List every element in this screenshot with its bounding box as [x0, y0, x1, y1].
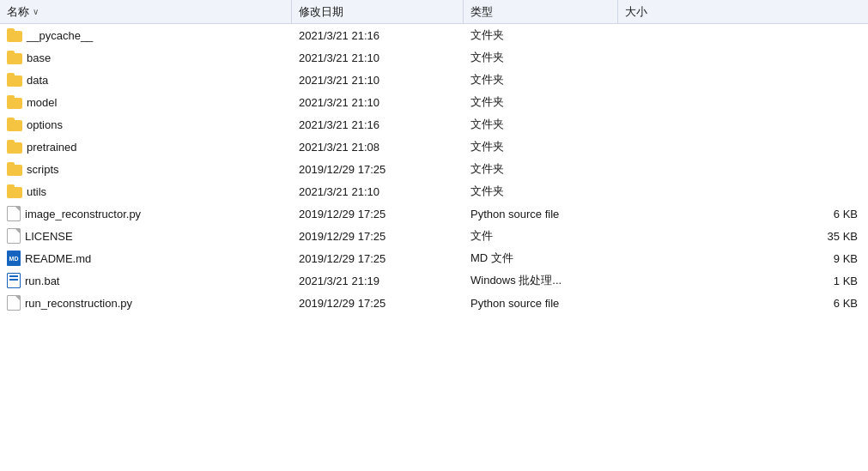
folder-icon	[7, 118, 22, 131]
folder-icon	[7, 184, 22, 198]
cell-size: 6 KB	[618, 297, 868, 310]
file-name-label: image_reconstructor.py	[25, 208, 141, 220]
table-row[interactable]: __pycache__ 2021/3/21 21:16 文件夹	[0, 24, 868, 46]
cell-name: MD README.md	[0, 251, 292, 266]
file-icon	[7, 206, 21, 221]
cell-name: pretrained	[0, 140, 292, 154]
cell-name: scripts	[0, 162, 292, 176]
col-date-label: 修改日期	[299, 4, 343, 20]
sort-arrow-icon: ∨	[33, 7, 39, 16]
folder-icon	[7, 73, 22, 87]
cell-name: run.bat	[0, 273, 292, 288]
cell-type: Windows 批处理...	[464, 273, 618, 288]
cell-size: 9 KB	[618, 252, 868, 265]
file-explorer: 名称 ∨ 修改日期 类型 大小 __pycache__ 2021/3/21 21…	[0, 0, 868, 471]
table-row[interactable]: base 2021/3/21 21:10 文件夹	[0, 46, 868, 69]
col-name-label: 名称	[7, 4, 29, 20]
cell-name: utils	[0, 184, 292, 198]
cell-name: data	[0, 73, 292, 87]
cell-name: LICENSE	[0, 228, 292, 244]
folder-icon	[7, 140, 22, 154]
bat-file-icon	[7, 273, 21, 288]
file-name-label: README.md	[25, 252, 91, 265]
cell-date: 2021/3/21 21:19	[292, 275, 464, 287]
col-size-label: 大小	[625, 4, 647, 20]
cell-type: 文件	[464, 228, 618, 244]
table-row[interactable]: scripts 2019/12/29 17:25 文件夹	[0, 158, 868, 180]
cell-size: 35 KB	[618, 230, 868, 243]
cell-name: run_reconstruction.py	[0, 295, 292, 311]
cell-type: 文件夹	[464, 184, 618, 199]
table-row[interactable]: MD README.md 2019/12/29 17:25 MD 文件 9 KB	[0, 247, 868, 269]
cell-type: 文件夹	[464, 161, 618, 177]
table-row[interactable]: data 2021/3/21 21:10 文件夹	[0, 69, 868, 91]
folder-icon	[7, 95, 22, 109]
folder-icon	[7, 162, 22, 176]
file-name-label: base	[27, 51, 51, 64]
cell-type: 文件夹	[464, 139, 618, 154]
table-row[interactable]: model 2021/3/21 21:10 文件夹	[0, 91, 868, 113]
cell-name: model	[0, 95, 292, 109]
cell-name: base	[0, 51, 292, 64]
file-name-label: __pycache__	[27, 29, 93, 42]
file-list: __pycache__ 2021/3/21 21:16 文件夹 base 202…	[0, 24, 868, 471]
table-row[interactable]: image_reconstructor.py 2019/12/29 17:25 …	[0, 202, 868, 225]
table-row[interactable]: utils 2021/3/21 21:10 文件夹	[0, 180, 868, 202]
cell-type: Python source file	[464, 297, 618, 310]
file-icon	[7, 228, 21, 244]
cell-date: 2019/12/29 17:25	[292, 208, 464, 220]
cell-type: Python source file	[464, 208, 618, 220]
file-icon	[7, 295, 21, 311]
file-name-label: model	[27, 96, 57, 109]
cell-type: 文件夹	[464, 117, 618, 132]
cell-date: 2021/3/21 21:16	[292, 29, 464, 42]
cell-date: 2021/3/21 21:10	[292, 185, 464, 198]
cell-date: 2019/12/29 17:25	[292, 252, 464, 265]
table-row[interactable]: pretrained 2021/3/21 21:08 文件夹	[0, 136, 868, 158]
table-row[interactable]: options 2021/3/21 21:16 文件夹	[0, 113, 868, 136]
file-name-label: run.bat	[25, 275, 59, 287]
cell-date: 2019/12/29 17:25	[292, 163, 464, 176]
file-name-label: scripts	[27, 163, 59, 176]
cell-date: 2021/3/21 21:10	[292, 51, 464, 64]
cell-date: 2021/3/21 21:10	[292, 74, 464, 87]
cell-size: 1 KB	[618, 275, 868, 287]
file-name-label: run_reconstruction.py	[25, 297, 132, 310]
folder-icon	[7, 51, 22, 64]
cell-type: 文件夹	[464, 50, 618, 65]
cell-type: 文件夹	[464, 72, 618, 88]
col-type-label: 类型	[470, 4, 493, 20]
cell-type: 文件夹	[464, 27, 618, 43]
file-name-label: utils	[27, 185, 46, 198]
folder-icon	[7, 28, 22, 42]
col-header-date[interactable]: 修改日期	[292, 0, 464, 23]
table-row[interactable]: run.bat 2021/3/21 21:19 Windows 批处理... 1…	[0, 269, 868, 292]
col-header-name[interactable]: 名称 ∨	[0, 0, 292, 23]
cell-type: 文件夹	[464, 94, 618, 110]
col-header-type[interactable]: 类型	[464, 0, 618, 23]
file-name-label: LICENSE	[25, 230, 73, 243]
col-header-size[interactable]: 大小	[618, 0, 868, 23]
cell-date: 2019/12/29 17:25	[292, 297, 464, 310]
file-name-label: options	[27, 118, 63, 131]
cell-date: 2021/3/21 21:10	[292, 96, 464, 109]
cell-date: 2021/3/21 21:16	[292, 118, 464, 131]
file-name-label: data	[27, 74, 48, 87]
md-file-icon: MD	[7, 251, 21, 266]
cell-name: __pycache__	[0, 28, 292, 42]
cell-date: 2021/3/21 21:08	[292, 141, 464, 154]
cell-name: options	[0, 118, 292, 131]
cell-date: 2019/12/29 17:25	[292, 230, 464, 243]
table-row[interactable]: LICENSE 2019/12/29 17:25 文件 35 KB	[0, 225, 868, 247]
column-header-row: 名称 ∨ 修改日期 类型 大小	[0, 0, 868, 24]
file-name-label: pretrained	[27, 141, 77, 154]
cell-name: image_reconstructor.py	[0, 206, 292, 221]
cell-type: MD 文件	[464, 251, 618, 266]
cell-size: 6 KB	[618, 208, 868, 220]
table-row[interactable]: run_reconstruction.py 2019/12/29 17:25 P…	[0, 292, 868, 314]
